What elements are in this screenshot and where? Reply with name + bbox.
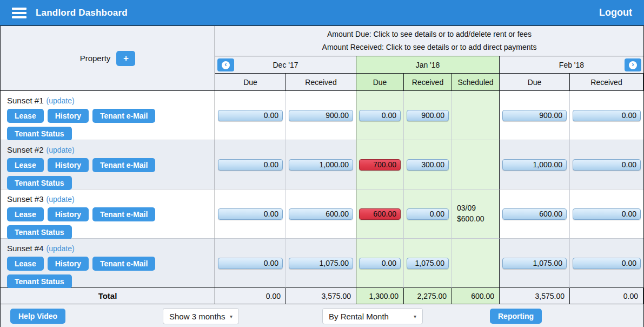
column-header-due: Due — [215, 74, 286, 91]
dashboard-table: Property + Amount Due: Click to see deta… — [1, 25, 643, 304]
column-header-received: Received — [286, 74, 356, 91]
due-amount-pill[interactable]: 600.00 — [359, 208, 401, 220]
feb-due-cell: 1,075.00 — [500, 239, 570, 288]
instructions-line-1: Amount Due: Click to see details or to a… — [327, 28, 532, 41]
due-amount-pill[interactable]: 1,075.00 — [502, 258, 567, 269]
tenant-email-button[interactable]: Tenant e-Mail — [92, 109, 155, 123]
property-cell: Sunset #2(update) Lease History Tenant e… — [1, 140, 215, 189]
property-update-link[interactable]: (update) — [47, 195, 75, 204]
due-amount-pill[interactable]: 0.00 — [359, 258, 401, 269]
tenant-status-button[interactable]: Tenant Status — [7, 274, 72, 289]
menu-icon[interactable] — [12, 8, 26, 18]
lease-button[interactable]: Lease — [7, 109, 44, 123]
feb-due-cell: 1,000.00 — [500, 140, 570, 189]
page-title: Landlord Dashboard — [36, 8, 128, 18]
total-label: Total — [1, 288, 215, 304]
jan-received-cell: 300.00 — [404, 140, 452, 189]
due-amount-pill[interactable]: 0.00 — [218, 208, 283, 220]
due-amount-pill[interactable]: 1,000.00 — [502, 159, 567, 171]
lease-button[interactable]: Lease — [7, 158, 44, 172]
due-amount-pill[interactable]: 700.00 — [359, 159, 401, 171]
history-button[interactable]: History — [48, 257, 89, 271]
property-name: Sunset #1 — [7, 96, 44, 105]
reporting-button[interactable]: Reporting — [490, 309, 542, 324]
month-header-dec: ‹ Dec '17 — [215, 56, 356, 74]
property-name: Sunset #2 — [7, 145, 44, 154]
property-update-link[interactable]: (update) — [47, 146, 75, 154]
received-amount-pill[interactable]: 300.00 — [407, 159, 449, 171]
total-jan-due: 1,300.00 — [356, 288, 404, 304]
total-feb-due: 3,575.00 — [500, 288, 570, 304]
property-cell: Sunset #4(update) Lease History Tenant e… — [1, 239, 215, 288]
property-cell: Sunset #3(update) Lease History Tenant e… — [1, 189, 215, 239]
show-months-select[interactable]: Show 3 months ▾ — [163, 308, 239, 324]
tenant-email-button[interactable]: Tenant e-Mail — [92, 257, 155, 271]
property-update-link[interactable]: (update) — [47, 244, 75, 253]
dec-due-cell: 0.00 — [215, 239, 286, 288]
property-update-link[interactable]: (update) — [47, 96, 75, 105]
total-dec-due: 0.00 — [215, 288, 286, 304]
property-name: Sunset #4 — [7, 244, 44, 253]
property-label: Property — [80, 54, 111, 63]
tenant-status-button[interactable]: Tenant Status — [7, 127, 72, 141]
received-amount-pill[interactable]: 1,075.00 — [289, 258, 353, 269]
jan-scheduled-cell — [452, 239, 500, 288]
due-amount-pill[interactable]: 600.00 — [502, 208, 567, 220]
feb-due-cell: 600.00 — [500, 189, 570, 239]
tenant-status-button[interactable]: Tenant Status — [7, 225, 72, 239]
dec-received-cell: 1,000.00 — [286, 140, 356, 189]
received-amount-pill[interactable]: 900.00 — [289, 110, 353, 121]
received-amount-pill[interactable]: 0.00 — [573, 208, 641, 220]
scheduled-amount: $600.00 — [457, 214, 499, 225]
received-amount-pill[interactable]: 1,000.00 — [289, 159, 353, 171]
dashboard-page: Property + Amount Due: Click to see deta… — [0, 25, 644, 327]
feb-received-cell: 0.00 — [570, 189, 643, 239]
column-header-scheduled: Scheduled — [452, 74, 500, 91]
column-header-received: Received — [404, 74, 452, 91]
lease-button[interactable]: Lease — [7, 207, 44, 221]
month-label: Feb '18 — [559, 61, 584, 69]
due-amount-pill[interactable]: 900.00 — [502, 110, 567, 121]
tenant-email-button[interactable]: Tenant e-Mail — [92, 158, 155, 172]
history-button[interactable]: History — [48, 158, 89, 172]
tenant-status-button[interactable]: Tenant Status — [7, 176, 72, 190]
received-amount-pill[interactable]: 0.00 — [407, 208, 449, 220]
help-video-button[interactable]: Help Video — [10, 309, 65, 324]
received-amount-pill[interactable]: 1,075.00 — [407, 258, 449, 269]
received-amount-pill[interactable]: 0.00 — [573, 159, 641, 171]
column-header-received: Received — [570, 74, 643, 91]
rental-month-select[interactable]: By Rental Month ▾ — [322, 308, 423, 324]
history-button[interactable]: History — [48, 109, 89, 123]
history-button[interactable]: History — [48, 207, 89, 221]
chevron-left-icon: ‹ — [222, 61, 230, 69]
received-amount-pill[interactable]: 900.00 — [407, 110, 449, 121]
next-month-button[interactable]: › — [625, 58, 641, 71]
jan-due-cell: 0.00 — [356, 91, 404, 140]
due-amount-pill[interactable]: 0.00 — [218, 110, 283, 121]
feb-received-cell: 0.00 — [570, 239, 643, 288]
total-jan-scheduled: 600.00 — [452, 288, 500, 304]
due-amount-pill[interactable]: 0.00 — [218, 159, 283, 171]
due-amount-pill[interactable]: 0.00 — [359, 110, 401, 121]
rental-month-value: By Rental Month — [329, 312, 389, 321]
lease-button[interactable]: Lease — [7, 257, 44, 271]
received-amount-pill[interactable]: 0.00 — [573, 258, 641, 269]
add-property-button[interactable]: + — [116, 51, 135, 66]
scheduled-date: 03/09 — [457, 203, 499, 214]
received-amount-pill[interactable]: 0.00 — [573, 110, 641, 121]
chevron-right-icon: › — [629, 61, 637, 69]
tenant-email-button[interactable]: Tenant e-Mail — [92, 207, 155, 221]
logout-button[interactable]: Logout — [599, 7, 632, 18]
received-amount-pill[interactable]: 600.00 — [289, 208, 353, 220]
property-cell: Sunset #1(update) Lease History Tenant e… — [1, 91, 215, 140]
jan-scheduled-cell: 03/09$600.00 — [452, 189, 500, 239]
footer-bar: Help Video Show 3 months ▾ By Rental Mon… — [1, 304, 643, 327]
month-label: Dec '17 — [273, 61, 298, 69]
prev-month-button[interactable]: ‹ — [217, 58, 234, 71]
month-header-feb: Feb '18 › — [500, 56, 643, 74]
jan-due-cell: 600.00 — [356, 189, 404, 239]
total-jan-received: 2,275.00 — [404, 288, 452, 304]
jan-due-cell: 700.00 — [356, 140, 404, 189]
month-label: Jan '18 — [416, 61, 440, 69]
due-amount-pill[interactable]: 0.00 — [218, 258, 283, 269]
